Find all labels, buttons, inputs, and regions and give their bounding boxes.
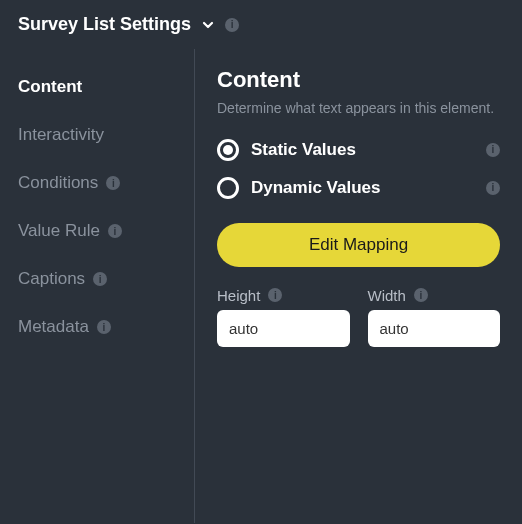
- sidebar-item-metadata[interactable]: Metadata i: [0, 303, 194, 351]
- body: Content Interactivity Conditions i Value…: [0, 49, 522, 523]
- field-label-row: Height i: [217, 287, 350, 304]
- chevron-down-icon[interactable]: [201, 18, 215, 32]
- field-label-row: Width i: [368, 287, 501, 304]
- sidebar-item-value-rule[interactable]: Value Rule i: [0, 207, 194, 255]
- width-input[interactable]: [368, 310, 501, 347]
- sidebar-item-label: Captions: [18, 269, 85, 289]
- width-field: Width i: [368, 287, 501, 347]
- sidebar-item-conditions[interactable]: Conditions i: [0, 159, 194, 207]
- sidebar-item-label: Value Rule: [18, 221, 100, 241]
- header: Survey List Settings i: [0, 0, 522, 49]
- section-description: Determine what text appears in this elem…: [217, 99, 500, 119]
- info-icon[interactable]: i: [268, 288, 282, 302]
- info-icon[interactable]: i: [106, 176, 120, 190]
- page-title[interactable]: Survey List Settings: [18, 14, 191, 35]
- main-panel: Content Determine what text appears in t…: [195, 49, 522, 523]
- info-icon[interactable]: i: [225, 18, 239, 32]
- dimension-fields: Height i Width i: [217, 287, 500, 347]
- radio-option-dynamic[interactable]: Dynamic Values i: [217, 177, 500, 199]
- field-label: Height: [217, 287, 260, 304]
- radio-icon: [217, 139, 239, 161]
- sidebar-item-label: Content: [18, 77, 82, 97]
- radio-icon: [217, 177, 239, 199]
- info-icon[interactable]: i: [486, 143, 500, 157]
- sidebar-item-interactivity[interactable]: Interactivity: [0, 111, 194, 159]
- radio-label: Dynamic Values: [251, 178, 474, 198]
- sidebar: Content Interactivity Conditions i Value…: [0, 49, 195, 523]
- info-icon[interactable]: i: [414, 288, 428, 302]
- sidebar-item-label: Metadata: [18, 317, 89, 337]
- info-icon[interactable]: i: [108, 224, 122, 238]
- sidebar-item-captions[interactable]: Captions i: [0, 255, 194, 303]
- radio-label: Static Values: [251, 140, 474, 160]
- edit-mapping-button[interactable]: Edit Mapping: [217, 223, 500, 267]
- info-icon[interactable]: i: [97, 320, 111, 334]
- info-icon[interactable]: i: [93, 272, 107, 286]
- radio-option-static[interactable]: Static Values i: [217, 139, 500, 161]
- sidebar-item-label: Interactivity: [18, 125, 104, 145]
- field-label: Width: [368, 287, 406, 304]
- sidebar-item-content[interactable]: Content: [0, 63, 194, 111]
- sidebar-item-label: Conditions: [18, 173, 98, 193]
- height-field: Height i: [217, 287, 350, 347]
- height-input[interactable]: [217, 310, 350, 347]
- info-icon[interactable]: i: [486, 181, 500, 195]
- section-title: Content: [217, 67, 500, 93]
